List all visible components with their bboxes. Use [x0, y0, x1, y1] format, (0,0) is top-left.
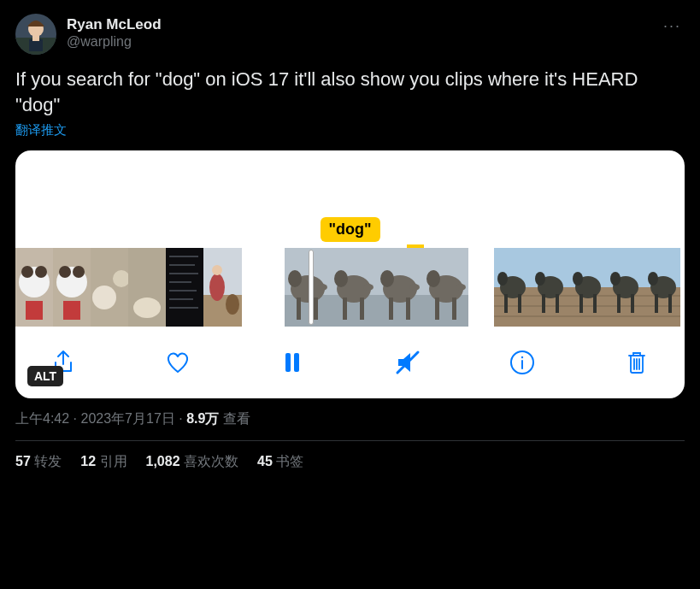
tweet-text: If you search for "dog" on iOS 17 it'll … — [15, 67, 685, 117]
trash-button[interactable] — [618, 344, 656, 381]
likes-count[interactable]: 1,082 喜欢次数 — [146, 453, 239, 471]
info-button[interactable] — [503, 344, 541, 381]
svg-point-30 — [209, 274, 225, 301]
views-label: 查看 — [223, 411, 250, 426]
translate-link[interactable]: 翻译推文 — [15, 122, 67, 138]
svg-point-13 — [73, 266, 85, 278]
avatar[interactable] — [15, 14, 56, 55]
retweets-count[interactable]: 57 转发 — [15, 453, 62, 471]
display-name: Ryan McLeod — [67, 15, 650, 33]
svg-point-31 — [212, 265, 222, 275]
tweet-header: Ryan McLeod @warpling ··· — [15, 14, 685, 55]
svg-point-19 — [133, 297, 161, 318]
svg-point-32 — [226, 294, 239, 315]
mute-button[interactable] — [389, 344, 426, 381]
playhead[interactable] — [309, 250, 314, 325]
timeline-strip[interactable] — [15, 248, 685, 327]
quotes-count[interactable]: 12 引用 — [80, 453, 126, 471]
svg-rect-3 — [29, 39, 43, 51]
timeline-top: "dog" — [15, 150, 685, 248]
svg-rect-9 — [26, 301, 43, 320]
alt-badge[interactable]: ALT — [27, 366, 63, 386]
svg-rect-4 — [32, 36, 39, 41]
tweet-container: Ryan McLeod @warpling ··· If you search … — [0, 0, 700, 485]
svg-point-8 — [35, 266, 47, 278]
svg-point-53 — [521, 356, 523, 358]
clip-group-3[interactable] — [494, 248, 680, 327]
svg-point-17 — [113, 270, 130, 287]
tweet-date[interactable]: 2023年7月17日 — [80, 411, 174, 426]
views-count: 8.9万 — [186, 411, 219, 426]
svg-rect-14 — [63, 301, 80, 320]
meta-line: 上午4:42 · 2023年7月17日 · 8.9万 查看 — [15, 410, 685, 428]
clip-group-1[interactable] — [15, 248, 242, 327]
like-button[interactable] — [159, 344, 197, 381]
timeline-area: "dog" — [15, 150, 685, 398]
clip-group-2[interactable] — [285, 248, 468, 327]
media-card[interactable]: "dog" — [15, 150, 685, 398]
svg-rect-49 — [285, 353, 291, 372]
author-names[interactable]: Ryan McLeod @warpling — [67, 14, 650, 50]
svg-point-16 — [92, 286, 116, 309]
svg-point-7 — [21, 266, 33, 278]
pause-button[interactable] — [274, 344, 311, 381]
counts-row: 57 转发 12 引用 1,082 喜欢次数 45 书签 — [15, 441, 685, 478]
bookmarks-count[interactable]: 45 书签 — [257, 453, 303, 471]
search-match-badge: "dog" — [320, 217, 379, 242]
svg-rect-20 — [166, 248, 203, 327]
tweet-time[interactable]: 上午4:42 — [15, 411, 69, 426]
handle: @warpling — [67, 33, 650, 50]
svg-point-12 — [59, 266, 71, 278]
more-button[interactable]: ··· — [660, 14, 685, 38]
media-toolbar — [15, 327, 685, 398]
svg-rect-50 — [294, 353, 299, 372]
